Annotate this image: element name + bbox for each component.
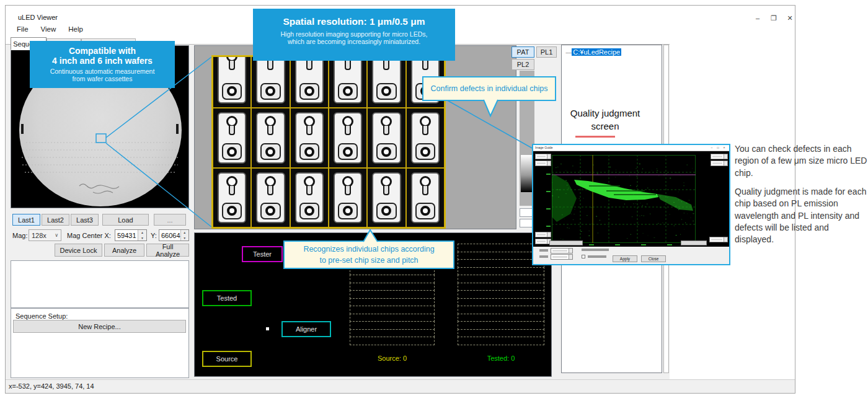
tested-label: Tested (217, 294, 237, 302)
tested-count: Tested: 0 (458, 355, 544, 362)
inset-spinner[interactable] (535, 161, 551, 166)
last2-button[interactable]: Last2 (42, 214, 69, 226)
wafer-callout: Compatible with 4 inch and 6 inch wafers… (30, 41, 175, 88)
pl1-button[interactable]: PL1 (536, 46, 557, 58)
mag-label: Mag: (12, 232, 27, 239)
inset-spinner[interactable] (535, 154, 551, 159)
cassette-slot (350, 329, 435, 338)
mag-select[interactable]: 128x ∨ (29, 229, 61, 241)
chip-cell (213, 168, 251, 227)
chip-cell (251, 56, 290, 108)
page: uLED Viewer – ❐ ✕ File View Help Sequenc… (0, 0, 868, 419)
quality-judgment-line1: Quality judgment (558, 107, 652, 120)
chip-cell (290, 168, 329, 227)
close-icon[interactable]: ✕ (783, 12, 797, 24)
resolution-callout-title: Spatial resolution: 1 μm/0.5 μm (253, 16, 455, 27)
inset-spinner[interactable] (711, 154, 728, 159)
mag-center-y-input[interactable]: 66064 ▲▼ (159, 229, 189, 241)
maximize-icon[interactable]: ❐ (767, 12, 781, 24)
maximize-icon[interactable]: □ (715, 146, 720, 149)
sequence-setup-panel: Sequence Setup: New Recipe... (11, 308, 189, 378)
inset-titlebar[interactable]: Image Guide – □ × (533, 145, 729, 151)
pat-button[interactable]: PAT (512, 46, 534, 58)
resolution-callout: Spatial resolution: 1 μm/0.5 μm High res… (253, 9, 455, 61)
aligner-box: Aligner (281, 321, 331, 337)
inset-h-scrollbar[interactable] (549, 240, 583, 245)
menu-view[interactable]: View (38, 24, 59, 34)
chip-cell (329, 108, 367, 169)
result-list-panel (11, 260, 189, 308)
pl-spectrum-plot (552, 155, 696, 243)
full-analyze-button[interactable]: Full Analyze (146, 244, 189, 257)
recognize-chips-callout: Recognizes individual chips according to… (283, 240, 454, 269)
last3-button[interactable]: Last3 (71, 214, 99, 226)
source-label: Source (216, 355, 238, 363)
chip-cell (367, 108, 405, 169)
stage-position-dot (266, 327, 269, 330)
dropdown-arrow-icon: ∨ (55, 232, 58, 238)
cassette-slot (458, 290, 544, 299)
inset-spinner[interactable] (535, 232, 551, 237)
chip-cell (406, 168, 445, 227)
annotation-paragraph-1: You can check defects in each region of … (735, 143, 867, 179)
menu-file[interactable]: File (14, 24, 31, 34)
wafer-callout-title2: 4 inch and 6 inch wafers (30, 56, 175, 66)
new-recipe-button[interactable]: New Recipe... (13, 320, 186, 333)
tree-branch-icon: ---- (565, 49, 571, 56)
last1-button[interactable]: Last1 (12, 214, 40, 226)
recognize-chips-text2: to pre-set chip size and pitch (319, 255, 418, 266)
status-bar: x=-532, y=424, 3945, 74, 14 (6, 379, 795, 393)
minimize-icon[interactable]: – (709, 146, 714, 149)
menu-help[interactable]: Help (66, 24, 86, 34)
mag-center-x-value: 59431 (115, 232, 138, 239)
cassette-slot (350, 306, 435, 314)
inset-spinner[interactable] (709, 237, 728, 242)
wafer-callout-sub2: from wafer cassettes (30, 75, 175, 82)
recognize-chips-text1: Recognizes individual chips according (303, 244, 434, 255)
more-button[interactable]: ... (154, 214, 186, 226)
inset-axis-dropdown[interactable] (551, 248, 573, 254)
chip-grid-image (211, 55, 446, 229)
mag-center-x-input[interactable]: 59431 ▲▼ (115, 229, 147, 241)
minimize-icon[interactable]: – (751, 12, 764, 24)
close-icon[interactable]: × (722, 146, 727, 149)
quality-judgment-window: Image Guide – □ × (532, 144, 730, 265)
cassette-slot (458, 321, 544, 330)
mag-center-label: Mag Center X: (67, 232, 111, 239)
mag-center-y-value: 66064 (159, 232, 180, 239)
cassette-slot (458, 337, 544, 345)
cassette-slot (458, 275, 544, 283)
cassette-slot (458, 329, 544, 338)
cassette-slot (350, 321, 435, 330)
load-button[interactable]: Load (102, 214, 149, 226)
cassette-slot (350, 337, 435, 345)
annotation-paragraph-2: Quality judgment is made for each chip b… (735, 186, 867, 246)
chip-cell (329, 56, 367, 108)
cassette-slot (458, 306, 544, 314)
pl2-button[interactable]: PL2 (512, 59, 534, 70)
cassette-slot (350, 314, 435, 322)
tested-cassette-slots (458, 244, 544, 345)
tree-root-label: C:¥uLedRecipe (572, 48, 621, 56)
wafer-callout-sub1: Continuous automatic measurement (30, 68, 175, 75)
cassette-slot (458, 259, 544, 268)
inset-checkbox[interactable] (582, 255, 585, 258)
tester-box: Tester (242, 246, 283, 262)
inset-spinner[interactable] (711, 161, 728, 166)
tree-item-root[interactable]: ---- C:¥uLedRecipe (565, 48, 621, 56)
status-text: x=-532, y=424, 3945, 74, 14 (9, 382, 94, 390)
inset-axis-dropdown[interactable] (551, 254, 573, 260)
spinner-arrows-icon[interactable]: ▲▼ (180, 230, 188, 240)
inset-apply-button[interactable]: Apply (613, 255, 637, 262)
resolution-callout-sub1: High resolution imaging supporting for m… (253, 30, 455, 38)
inset-h-scrollbar[interactable] (681, 240, 707, 245)
cassette-slot (458, 314, 544, 322)
inset-close-button[interactable]: Close (641, 255, 666, 262)
source-box: Source (202, 351, 252, 367)
chip-view-canvas[interactable] (194, 45, 516, 229)
cassette-slot (350, 298, 435, 307)
spinner-arrows-icon[interactable]: ▲▼ (138, 230, 146, 240)
tester-label: Tester (253, 250, 272, 258)
analyze-button[interactable]: Analyze (104, 244, 144, 257)
device-lock-button[interactable]: Device Lock (55, 244, 102, 257)
